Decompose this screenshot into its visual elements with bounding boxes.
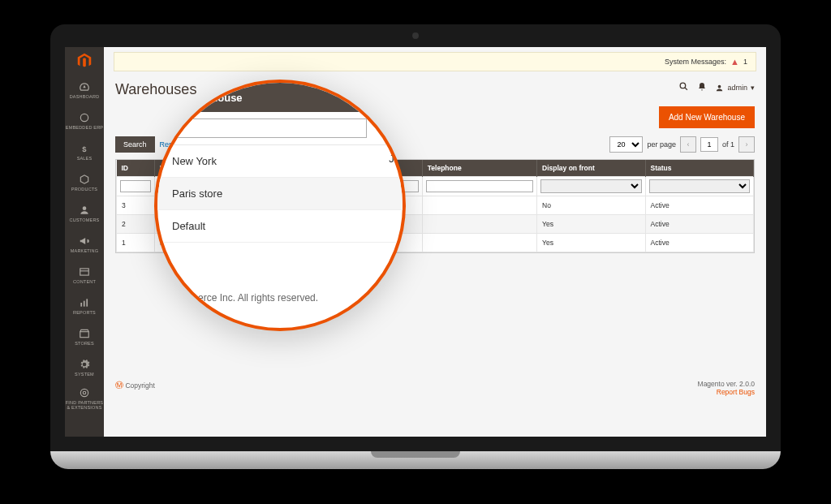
user-icon bbox=[79, 205, 90, 216]
page-footer: Ⓜ Copyright Magento ver. 2.0.0 Report Bu… bbox=[104, 373, 766, 437]
system-messages-bar[interactable]: System Messages: ▲ 1 bbox=[114, 52, 756, 71]
prev-page-button[interactable]: ‹ bbox=[680, 136, 696, 153]
svg-point-0 bbox=[80, 114, 88, 121]
laptop-frame: DASHBOARD EMBEDDED ERP $SALES PRODUCTS C… bbox=[50, 24, 781, 484]
svg-point-13 bbox=[718, 84, 721, 88]
version-value: ver. 2.0.0 bbox=[726, 380, 755, 388]
svg-point-10 bbox=[80, 389, 88, 396]
system-messages-count: 1 bbox=[743, 58, 747, 66]
system-messages-label: System Messages: bbox=[665, 58, 726, 66]
sidebar-item-stores[interactable]: STORES bbox=[65, 321, 104, 352]
version-label: Magento bbox=[698, 380, 725, 388]
sidebar-item-reports[interactable]: REPORTS bbox=[65, 291, 104, 321]
sidebar-item-customers[interactable]: CUSTOMERS bbox=[65, 198, 104, 229]
svg-rect-5 bbox=[80, 303, 82, 307]
page-title: Warehouses bbox=[115, 81, 196, 98]
circle-icon bbox=[79, 112, 90, 123]
magnifier-callout: ↑ Warehouse New York Paris store Default… bbox=[154, 80, 406, 331]
screen-bezel: DASHBOARD EMBEDDED ERP $SALES PRODUCTS C… bbox=[50, 24, 781, 451]
svg-rect-8 bbox=[80, 332, 89, 338]
laptop-base bbox=[50, 451, 781, 469]
sidebar-item-embedded-erp[interactable]: EMBEDDED ERP bbox=[65, 106, 104, 136]
warning-icon: ▲ bbox=[730, 57, 739, 67]
sidebar-item-dashboard[interactable]: DASHBOARD bbox=[65, 75, 104, 106]
page-of-label: of 1 bbox=[722, 140, 734, 149]
admin-username: admin bbox=[727, 84, 747, 92]
admin-account-dropdown[interactable]: admin ▾ bbox=[715, 84, 755, 93]
chart-icon bbox=[79, 297, 90, 308]
filter-telephone-input[interactable] bbox=[426, 180, 533, 192]
magento-small-logo-icon: Ⓜ bbox=[115, 381, 123, 390]
gear-icon bbox=[79, 359, 90, 370]
layout-icon bbox=[79, 266, 90, 278]
sidebar-item-sales[interactable]: $SALES bbox=[65, 136, 104, 167]
sidebar-item-content[interactable]: CONTENT bbox=[65, 260, 104, 291]
magento-logo-icon[interactable] bbox=[75, 52, 93, 70]
filter-status-select[interactable] bbox=[649, 179, 750, 193]
sidebar-item-marketing[interactable]: MARKETING bbox=[65, 229, 104, 260]
page-number-input[interactable] bbox=[700, 137, 718, 152]
col-telephone[interactable]: Telephone bbox=[422, 160, 536, 177]
sidebar-item-system[interactable]: SYSTEM bbox=[65, 352, 104, 383]
magnifier-row: Paris store bbox=[157, 178, 403, 210]
svg-line-12 bbox=[686, 88, 688, 90]
screen: DASHBOARD EMBEDDED ERP $SALES PRODUCTS C… bbox=[65, 47, 766, 437]
bullhorn-icon bbox=[79, 235, 90, 247]
next-page-button[interactable]: › bbox=[738, 136, 755, 153]
per-page-label: per page bbox=[647, 140, 676, 149]
stores-icon bbox=[79, 328, 90, 339]
svg-point-9 bbox=[83, 391, 86, 394]
magnifier-row: New York bbox=[157, 145, 403, 178]
sidebar-item-partners[interactable]: FIND PARTNERS & EXTENSIONS bbox=[65, 383, 104, 414]
user-icon bbox=[715, 84, 724, 93]
notifications-icon[interactable] bbox=[697, 82, 707, 94]
magnifier-row: Default bbox=[157, 210, 403, 243]
sidebar-item-products[interactable]: PRODUCTS bbox=[65, 167, 104, 198]
search-button[interactable]: Search bbox=[115, 136, 155, 153]
search-icon[interactable] bbox=[678, 81, 689, 94]
tachometer-icon bbox=[79, 81, 90, 93]
magnifier-filter-input[interactable] bbox=[172, 118, 367, 138]
svg-point-2 bbox=[83, 206, 87, 210]
camera-icon bbox=[412, 32, 419, 39]
col-status[interactable]: Status bbox=[645, 160, 753, 177]
col-display[interactable]: Display on front bbox=[537, 160, 645, 177]
svg-rect-3 bbox=[80, 269, 89, 275]
dollar-icon: $ bbox=[79, 143, 90, 154]
svg-rect-6 bbox=[84, 301, 85, 307]
svg-point-11 bbox=[681, 83, 687, 88]
filter-display-select[interactable] bbox=[540, 179, 641, 193]
filter-id-input[interactable] bbox=[120, 180, 151, 192]
add-new-warehouse-button[interactable]: Add New Warehouse bbox=[659, 106, 755, 128]
chevron-down-icon: ▾ bbox=[751, 84, 755, 92]
copyright-text: Copyright bbox=[125, 381, 154, 390]
svg-rect-7 bbox=[86, 299, 88, 306]
admin-sidebar: DASHBOARD EMBEDDED ERP $SALES PRODUCTS C… bbox=[65, 47, 104, 437]
puzzle-icon bbox=[79, 387, 90, 398]
svg-text:$: $ bbox=[82, 144, 87, 153]
col-id[interactable]: ID bbox=[117, 160, 155, 177]
report-bugs-link[interactable]: Report Bugs bbox=[717, 388, 755, 396]
cube-icon bbox=[79, 174, 90, 185]
per-page-select[interactable]: 20 bbox=[609, 136, 643, 153]
